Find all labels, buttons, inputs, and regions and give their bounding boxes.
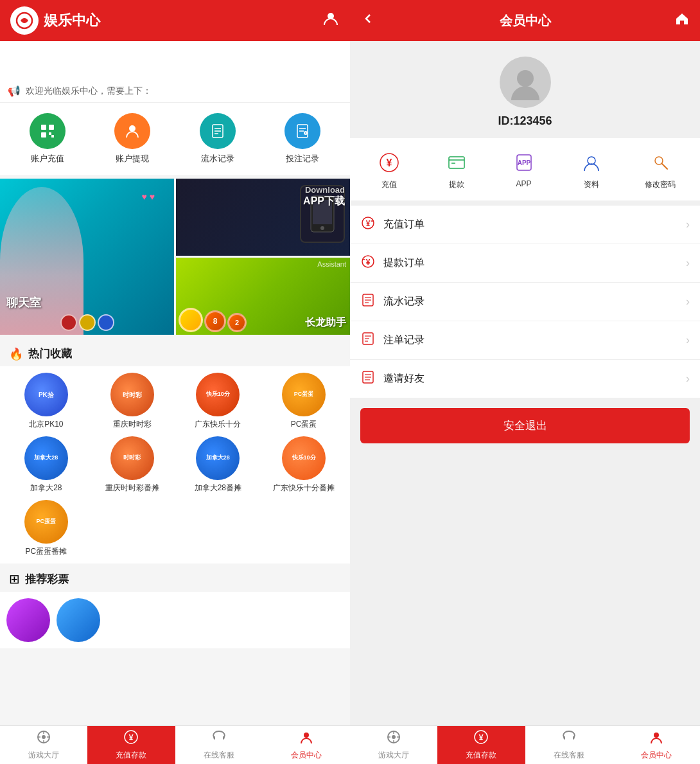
deposit-icon: ¥: [123, 729, 139, 749]
hearts-deco: ♥ ♥: [141, 191, 155, 202]
nav-deposit-right[interactable]: ¥ 充值存款: [437, 726, 525, 764]
svg-rect-6: [51, 135, 54, 138]
service-icon: [211, 729, 227, 749]
bet-record-arrow: ›: [686, 333, 690, 347]
flow-record-label: 流水记录: [383, 295, 424, 308]
recommend-item-1[interactable]: [6, 598, 50, 642]
marquee-text: 欢迎光临娱乐中心，需要上下：: [26, 85, 152, 97]
lobby-icon: [36, 729, 51, 749]
qm-recharge-label: 充值: [381, 179, 397, 190]
menu-list: ¥ 充值订单 › ¥ 提款订单 ›: [350, 206, 700, 398]
home-button[interactable]: [674, 11, 690, 30]
quick-actions: 账户充值 账户提现: [0, 103, 350, 175]
bet-record-icon: [360, 332, 376, 349]
quick-menu: ¥ 充值 提款 APP: [350, 138, 700, 200]
withdraw-order-label: 提款订单: [383, 256, 424, 270]
quick-action-bets[interactable]: 投注记录: [284, 113, 320, 164]
qm-profile[interactable]: 资料: [577, 148, 606, 190]
hot-collection-header: 🔥 热门收藏: [0, 339, 350, 366]
nav-lobby-right[interactable]: 游戏大厅: [350, 726, 437, 764]
qm-profile-label: 资料: [584, 179, 599, 190]
qm-withdraw[interactable]: 提款: [442, 148, 471, 190]
withdraw-order-icon: ¥: [360, 254, 376, 272]
avatar: [500, 57, 551, 108]
nav-deposit[interactable]: ¥ 充值存款: [87, 726, 175, 764]
game-item-cqft[interactable]: 时时彩 重庆时时彩番摊: [92, 436, 172, 493]
quick-action-withdraw[interactable]: 账户提现: [114, 113, 150, 164]
logo-icon: [10, 6, 39, 35]
game-label-gd: 广东快乐十分: [195, 419, 241, 430]
menu-bet-record[interactable]: 注单记录 ›: [350, 321, 700, 360]
left-panel: 娱乐中心 📢 欢迎光临娱乐中心，需要上下：: [0, 0, 350, 764]
game-icon-cq: 时时彩: [110, 373, 154, 416]
back-button[interactable]: [360, 11, 376, 30]
download-banner[interactable]: Download APP下载: [176, 179, 350, 256]
game-item-cq[interactable]: 时时彩 重庆时时彩: [92, 373, 172, 430]
deposit-icon-right: ¥: [473, 729, 489, 749]
menu-recharge-order[interactable]: ¥ 充值订单 ›: [350, 206, 700, 244]
nav-service-right[interactable]: 在线客服: [525, 726, 613, 764]
menu-flow-record[interactable]: 流水记录 ›: [350, 283, 700, 321]
banner-placeholder: [0, 41, 350, 80]
nav-lobby[interactable]: 游戏大厅: [0, 726, 87, 764]
game-item-pcft[interactable]: PC蛋蛋 PC蛋蛋番摊: [6, 500, 86, 557]
download-label: Download APP下载: [303, 185, 345, 208]
user-id: ID:123456: [498, 114, 552, 128]
chatroom-label: 聊天室: [6, 295, 41, 310]
game-icon-gdft: 快乐10分: [282, 436, 326, 480]
game-item-pk10[interactable]: PK拾 北京PK10: [6, 373, 86, 430]
invite-label: 邀请好友: [383, 372, 424, 386]
game-item-gd[interactable]: 快乐10分 广东快乐十分: [179, 373, 258, 430]
lobby-icon-right: [386, 729, 401, 749]
right-panel: 会员中心 ID:123456: [350, 0, 700, 764]
nav-lobby-label: 游戏大厅: [28, 750, 59, 761]
svg-text:¥: ¥: [366, 219, 371, 228]
invite-arrow: ›: [686, 372, 690, 386]
flow-record-arrow: ›: [686, 295, 690, 308]
bets-label: 投注记录: [286, 153, 319, 164]
header-user-icon[interactable]: [322, 10, 340, 32]
svg-text:¥: ¥: [479, 733, 484, 742]
game-item-ca28[interactable]: 加拿大28 加拿大28: [6, 436, 86, 493]
game-icon-cqft: 时时彩: [110, 436, 154, 480]
nav-service[interactable]: 在线客服: [175, 726, 263, 764]
game-icon-ca28: 加拿大28: [24, 436, 68, 480]
menu-withdraw-order[interactable]: ¥ 提款订单 ›: [350, 244, 700, 283]
qm-recharge[interactable]: ¥ 充值: [375, 148, 403, 190]
recommend-item-2[interactable]: [57, 598, 100, 642]
chatroom-banner[interactable]: ♥ ♥ 聊天室: [0, 179, 174, 335]
svg-text:APP: APP: [517, 159, 530, 166]
game-item-gdft[interactable]: 快乐10分 广东快乐十分番摊: [264, 436, 344, 493]
qm-app-label: APP: [516, 179, 531, 188]
recommend-header: ⊞ 推荐彩票: [0, 564, 350, 592]
records-icon: [200, 113, 236, 149]
logo-area: 娱乐中心: [10, 6, 100, 35]
assistant-banner[interactable]: 8 2 长龙助手 Assistant: [176, 258, 350, 335]
marquee-bar: 📢 欢迎光临娱乐中心，需要上下：: [0, 80, 350, 103]
game-label-gdft: 广东快乐十分番摊: [273, 483, 335, 493]
logout-button[interactable]: 安全退出: [360, 408, 690, 443]
nav-service-label-right: 在线客服: [554, 750, 584, 761]
game-item-pc[interactable]: PC蛋蛋 PC蛋蛋: [264, 373, 344, 430]
quick-action-records[interactable]: 流水记录: [200, 113, 236, 164]
qm-profile-icon: [577, 148, 606, 177]
game-item-ca28ft[interactable]: 加拿大28 加拿大28番摊: [179, 436, 258, 493]
svg-rect-2: [41, 125, 46, 130]
svg-point-37: [588, 157, 595, 164]
game-label-pc: PC蛋蛋: [291, 419, 317, 430]
qm-app[interactable]: APP APP: [510, 148, 538, 190]
member-icon-left: [299, 729, 314, 749]
svg-point-19: [320, 226, 324, 230]
profile-section: ID:123456: [350, 41, 700, 138]
game-label-cqft: 重庆时时彩番摊: [105, 483, 159, 493]
withdraw-order-arrow: ›: [686, 256, 690, 270]
nav-member-right[interactable]: 会员中心: [613, 726, 700, 764]
qm-password[interactable]: 修改密码: [645, 148, 676, 190]
quick-action-recharge[interactable]: 账户充值: [30, 113, 66, 164]
svg-point-28: [304, 733, 309, 738]
left-bottom-nav: 游戏大厅 ¥ 充值存款: [0, 725, 350, 764]
nav-member-left[interactable]: 会员中心: [263, 726, 350, 764]
svg-rect-32: [449, 157, 464, 168]
menu-invite[interactable]: 邀请好友 ›: [350, 360, 700, 398]
grid-icon: ⊞: [9, 571, 20, 587]
